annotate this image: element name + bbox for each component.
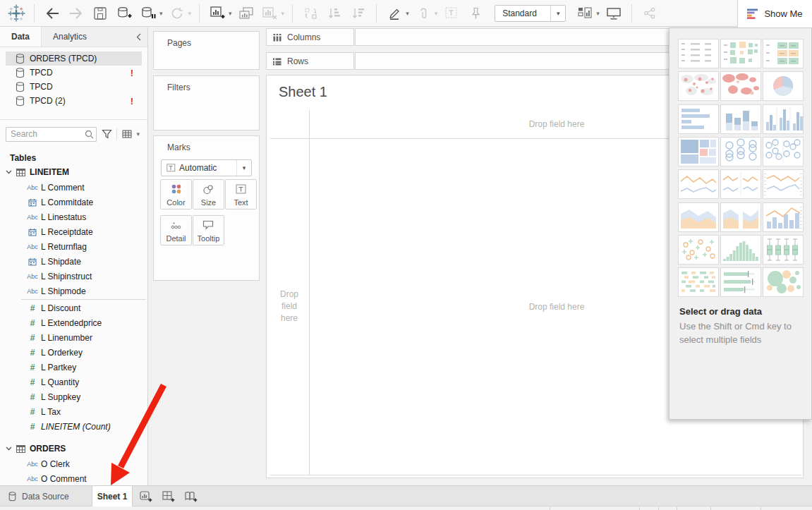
- field-l-comment[interactable]: AbcL Comment: [0, 180, 147, 195]
- presentation-mode-button[interactable]: [603, 3, 624, 24]
- field-l-tax[interactable]: #L Tax: [0, 404, 147, 419]
- highlight-button[interactable]: [384, 3, 405, 24]
- field-l-receiptdate[interactable]: L Receiptdate: [0, 224, 147, 239]
- run-update-caret[interactable]: ▾: [188, 10, 192, 17]
- field-l-extendedprice[interactable]: #L Extendedprice: [0, 315, 147, 330]
- new-worksheet-tab-button[interactable]: [135, 486, 157, 506]
- show-me-dual-lines-thumbnail[interactable]: [763, 169, 804, 199]
- show-me-discrete-area-thumbnail[interactable]: [720, 202, 761, 232]
- field-l-shipdate[interactable]: L Shipdate: [0, 254, 147, 269]
- field-l-linenumber[interactable]: #L Linenumber: [0, 330, 147, 345]
- pause-auto-updates-caret[interactable]: ▾: [159, 10, 163, 17]
- redo-button[interactable]: [66, 3, 87, 24]
- table-group-lineitem[interactable]: LINEITEM: [0, 164, 147, 180]
- show-me-button[interactable]: Show Me: [737, 0, 812, 28]
- show-me-box-and-whisker-thumbnail[interactable]: [763, 235, 804, 265]
- highlight-caret[interactable]: ▾: [406, 10, 409, 17]
- show-me-horizontal-bars-thumbnail[interactable]: [678, 104, 719, 134]
- group-members-caret[interactable]: ▾: [435, 10, 438, 17]
- sort-descending-button[interactable]: [348, 3, 369, 24]
- fit-selector-caret[interactable]: ▾: [550, 6, 565, 21]
- tab-analytics[interactable]: Analytics: [42, 27, 98, 47]
- swap-rows-columns-button[interactable]: [300, 3, 321, 24]
- field-l-orderkey[interactable]: #L Orderkey: [0, 345, 147, 360]
- show-me-packed-bubbles-thumbnail[interactable]: [763, 267, 804, 297]
- fit-selector[interactable]: Standard ▾: [495, 5, 566, 22]
- sort-ascending-button[interactable]: [324, 3, 345, 24]
- tab-data[interactable]: Data: [0, 27, 42, 47]
- table-group-orders[interactable]: ORDERS: [0, 441, 147, 456]
- show-me-continuous-lines-thumbnail[interactable]: [678, 169, 719, 199]
- show-me-side-by-side-bars-thumbnail[interactable]: [763, 104, 804, 134]
- field-l-linestatus[interactable]: AbcL Linestatus: [0, 210, 147, 224]
- field-l-shipmode[interactable]: AbcL Shipmode: [0, 284, 147, 298]
- show-me-scatter-plot-thumbnail[interactable]: [678, 235, 719, 265]
- save-button[interactable]: [90, 3, 111, 24]
- field-l-commitdate[interactable]: L Commitdate: [0, 195, 147, 210]
- datasource-item[interactable]: TPCD: [6, 80, 142, 94]
- new-story-button[interactable]: [181, 486, 202, 506]
- clear-sheet-caret[interactable]: ▾: [281, 10, 285, 17]
- show-me-text-table-thumbnail[interactable]: [678, 39, 719, 68]
- show-me-gantt-thumbnail[interactable]: [678, 267, 719, 297]
- show-me-side-by-side-circles-thumbnail[interactable]: [763, 137, 804, 166]
- datasource-item[interactable]: ORDERS (TPCD): [6, 51, 142, 66]
- show-hide-cards-caret[interactable]: ▾: [596, 10, 600, 17]
- detail-button[interactable]: Detail: [160, 215, 192, 245]
- field-l-suppkey[interactable]: #L Suppkey: [0, 389, 147, 404]
- view-options-caret[interactable]: ▾: [136, 130, 140, 138]
- tooltip-button[interactable]: Tooltip: [193, 215, 224, 245]
- show-me-discrete-lines-thumbnail[interactable]: [720, 169, 761, 199]
- text-button[interactable]: Text: [225, 179, 257, 210]
- show-me-treemap-thumbnail[interactable]: [678, 137, 719, 166]
- field-l-partkey[interactable]: #L Partkey: [0, 360, 147, 375]
- new-data-source-button[interactable]: [114, 3, 135, 24]
- show-me-highlight-table-thumbnail[interactable]: [763, 39, 804, 68]
- field-l-returnflag[interactable]: AbcL Returnflag: [0, 239, 147, 254]
- color-button[interactable]: Color: [160, 179, 192, 210]
- undo-button[interactable]: [42, 3, 63, 24]
- search-input[interactable]: [6, 127, 97, 142]
- view-options-icon[interactable]: [121, 126, 133, 142]
- show-me-stacked-bars-thumbnail[interactable]: [720, 104, 761, 134]
- mark-type-caret[interactable]: ▾: [236, 160, 251, 176]
- pages-shelf[interactable]: Pages: [153, 31, 260, 70]
- tab-sheet-1[interactable]: Sheet 1: [92, 486, 133, 506]
- collapse-pane-icon[interactable]: [130, 27, 147, 47]
- show-me-heat-map-thumbnail[interactable]: [720, 39, 761, 68]
- clear-sheet-button[interactable]: [260, 3, 281, 24]
- new-worksheet-caret[interactable]: ▾: [229, 10, 232, 17]
- show-hide-cards-button[interactable]: [574, 3, 595, 24]
- field-o-comment[interactable]: AbcO Comment: [0, 471, 147, 485]
- field-o-clerk[interactable]: AbcO Clerk: [0, 456, 147, 471]
- drop-zone-rows[interactable]: Drop field here: [270, 138, 308, 475]
- field-l-quantity[interactable]: #L Quantity: [0, 375, 147, 389]
- sheet-title[interactable]: Sheet 1: [279, 84, 327, 100]
- size-button[interactable]: Size: [193, 179, 224, 210]
- new-dashboard-button[interactable]: [158, 486, 179, 506]
- fix-axes-button[interactable]: [465, 3, 486, 24]
- field-l-shipinstruct[interactable]: AbcL Shipinstruct: [0, 269, 147, 284]
- show-me-histogram-thumbnail[interactable]: [720, 235, 761, 265]
- share-button[interactable]: [639, 3, 660, 24]
- group-members-button[interactable]: [413, 3, 434, 24]
- show-mark-labels-button[interactable]: [441, 3, 462, 24]
- new-worksheet-button[interactable]: [207, 3, 228, 24]
- run-update-button[interactable]: [166, 3, 188, 24]
- field-l-discount[interactable]: #L Discount: [0, 300, 147, 315]
- filters-shelf[interactable]: Filters: [153, 75, 260, 130]
- tab-data-source[interactable]: Data Source: [0, 486, 78, 506]
- show-me-continuous-area-thumbnail[interactable]: [678, 202, 719, 232]
- datasource-item[interactable]: TPCD!: [6, 66, 142, 80]
- show-me-symbol-map-thumbnail[interactable]: [678, 71, 719, 101]
- show-me-circle-views-thumbnail[interactable]: [720, 137, 761, 166]
- show-me-filled-map-thumbnail[interactable]: [720, 71, 761, 101]
- show-me-dual-combination-thumbnail[interactable]: [763, 202, 804, 232]
- datasource-item[interactable]: TPCD (2)!: [6, 94, 142, 108]
- duplicate-sheet-button[interactable]: [236, 3, 257, 24]
- filter-fields-icon[interactable]: [100, 126, 113, 142]
- pause-auto-updates-button[interactable]: [138, 3, 159, 24]
- field-lineitem-count[interactable]: #LINEITEM (Count): [0, 419, 147, 434]
- show-me-bullet-graph-thumbnail[interactable]: [720, 267, 761, 297]
- mark-type-dropdown[interactable]: Automatic ▾: [161, 159, 252, 176]
